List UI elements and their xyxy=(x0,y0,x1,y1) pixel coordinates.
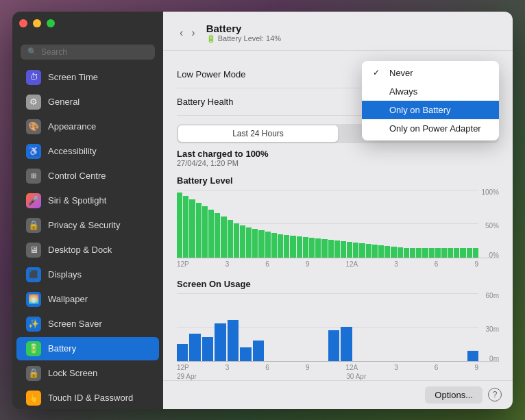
battery-bar xyxy=(378,245,384,258)
battery-level-chart-section: Battery Level 100% 50% 0% 12P 3 6 9 xyxy=(177,175,499,268)
help-button[interactable]: ? xyxy=(488,388,502,402)
close-button[interactable] xyxy=(19,19,27,27)
low-power-mode-dropdown: ✓ Never Always Only on Battery Only on P… xyxy=(362,61,499,140)
battery-bar xyxy=(422,248,428,258)
battery-bar xyxy=(177,193,182,257)
sidebar: 🔍 ⏱ Screen Time ⚙ General 🎨 Appearance ♿… xyxy=(12,12,163,409)
sidebar-item-label: Control Centre xyxy=(48,171,106,181)
dropdown-item-only-battery[interactable]: Only on Battery xyxy=(362,101,499,119)
displays-icon: ⬛ xyxy=(26,267,41,282)
sidebar-item-label: Lock Screen xyxy=(48,368,97,378)
battery-bar xyxy=(196,203,202,257)
screen-label-30m: 30m xyxy=(486,325,499,333)
sidebar-item-label: Accessibility xyxy=(48,146,97,156)
battery-bar xyxy=(278,234,283,258)
general-icon: ⚙ xyxy=(26,95,41,110)
sidebar-item-accessibility[interactable]: ♿ Accessibility xyxy=(16,140,159,163)
screen-bar xyxy=(189,334,200,361)
tab-last-24-hours[interactable]: Last 24 Hours xyxy=(178,125,338,142)
sidebar-item-label: Desktop & Dock xyxy=(48,245,112,255)
sidebar-item-wallpaper[interactable]: 🌅 Wallpaper xyxy=(16,288,159,311)
battery-bar xyxy=(448,248,453,258)
screen-bar xyxy=(215,323,225,360)
check-icon-never: ✓ xyxy=(373,68,384,77)
settings-window: 🔍 ⏱ Screen Time ⚙ General 🎨 Appearance ♿… xyxy=(12,12,513,409)
battery-bar xyxy=(416,248,422,258)
battery-bar xyxy=(258,230,264,258)
dropdown-item-always[interactable]: Always xyxy=(362,82,499,101)
sidebar-item-screen-time[interactable]: ⏱ Screen Time xyxy=(16,66,159,89)
x-label-12p: 12P xyxy=(177,260,189,268)
back-button[interactable]: ‹ xyxy=(177,25,186,40)
charged-date: 27/04/24, 1:20 PM xyxy=(177,159,499,167)
sidebar-item-battery[interactable]: 🔋 Battery xyxy=(16,337,159,360)
x-label-6a: 6 xyxy=(265,260,269,268)
screen-x-3a: 3 xyxy=(225,364,230,371)
options-button[interactable]: Options... xyxy=(425,386,483,404)
accessibility-icon: ♿ xyxy=(26,144,41,159)
battery-bar xyxy=(391,247,396,258)
screen-bar xyxy=(177,344,188,361)
sidebar-item-screen-saver[interactable]: ✨ Screen Saver xyxy=(16,312,159,336)
fullscreen-button[interactable] xyxy=(47,19,55,27)
screen-bar xyxy=(328,330,339,361)
main-header: ‹ › Battery 🔋 Battery Level: 14% xyxy=(163,12,513,51)
battery-bar xyxy=(429,248,435,258)
sidebar-item-appearance[interactable]: 🎨 Appearance xyxy=(16,115,159,138)
battery-bar xyxy=(234,223,239,258)
appearance-icon: 🎨 xyxy=(26,119,41,134)
sidebar-item-siri[interactable]: 🎤 Siri & Spotlight xyxy=(16,189,159,212)
sidebar-item-touch-id[interactable]: 👆 Touch ID & Password xyxy=(16,386,159,409)
battery-bar xyxy=(265,232,271,258)
battery-bar xyxy=(215,213,220,257)
search-input[interactable] xyxy=(41,47,148,57)
forward-button[interactable]: › xyxy=(188,25,197,40)
screen-bar xyxy=(228,320,239,360)
battery-level-chart: 100% 50% 0% xyxy=(177,190,499,258)
battery-bar xyxy=(366,244,371,258)
battery-bar xyxy=(384,246,390,258)
sidebar-item-desktop-dock[interactable]: 🖥 Desktop & Dock xyxy=(16,238,159,262)
sidebar-item-control-centre[interactable]: ⊞ Control Centre xyxy=(16,164,159,188)
battery-bar xyxy=(297,236,302,258)
privacy-icon: 🔒 xyxy=(26,218,41,233)
minimize-button[interactable] xyxy=(33,19,41,27)
date-29-apr: 29 Apr xyxy=(177,373,197,380)
dropdown-label-always: Always xyxy=(389,86,417,97)
battery-health-label: Battery Health xyxy=(177,97,233,107)
x-label-9a: 9 xyxy=(306,260,310,268)
dropdown-label-battery: Only on Battery xyxy=(389,105,451,115)
date-row: 29 Apr 30 Apr xyxy=(177,373,499,380)
lock-screen-icon: 🔒 xyxy=(26,366,41,381)
search-bar[interactable]: 🔍 xyxy=(21,45,155,60)
main-content: ‹ › Battery 🔋 Battery Level: 14% Low Pow… xyxy=(163,12,513,409)
screen-grid-0m xyxy=(177,361,478,362)
sidebar-item-general[interactable]: ⚙ General xyxy=(16,90,159,114)
battery-bar xyxy=(303,237,308,258)
battery-bar xyxy=(246,227,252,258)
battery-bar xyxy=(284,235,289,258)
sidebar-item-label: Screen Time xyxy=(48,72,98,82)
charged-title: Last charged to 100% xyxy=(177,149,499,159)
header-title-group: Battery 🔋 Battery Level: 14% xyxy=(206,23,281,43)
dropdown-item-never[interactable]: ✓ Never xyxy=(362,64,499,82)
chart-label-50: 50% xyxy=(485,222,499,230)
battery-bar xyxy=(328,240,334,258)
screen-x-12aa: 12A xyxy=(345,364,358,371)
sidebar-item-displays[interactable]: ⬛ Displays xyxy=(16,263,159,286)
sidebar-item-label: Battery xyxy=(48,343,76,354)
dropdown-item-only-power[interactable]: Only on Power Adapter xyxy=(362,119,499,138)
sidebar-item-lock-screen[interactable]: 🔒 Lock Screen xyxy=(16,362,159,385)
screen-x-6b: 6 xyxy=(435,364,439,371)
screen-bar xyxy=(240,347,251,361)
screen-x-12p: 12P xyxy=(177,364,189,371)
sidebar-item-privacy[interactable]: 🔒 Privacy & Security xyxy=(16,214,159,237)
battery-icon-small: 🔋 xyxy=(206,34,216,42)
battery-bar xyxy=(441,248,447,258)
sidebar-item-label: Appearance xyxy=(48,121,96,132)
screen-x-axis: 12P 3 6 9 12A 3 6 9 xyxy=(177,364,499,371)
sidebar-item-label: Screen Saver xyxy=(48,319,102,329)
nav-arrows: ‹ › xyxy=(177,25,198,40)
battery-bar xyxy=(359,243,365,258)
screen-x-9a: 9 xyxy=(306,364,310,371)
